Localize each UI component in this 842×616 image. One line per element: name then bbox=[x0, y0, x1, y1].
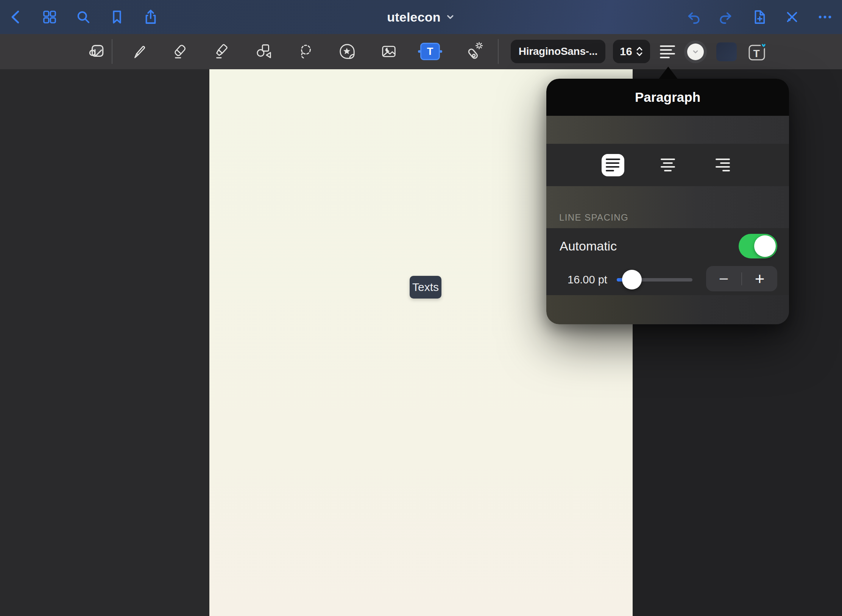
popover-title: Paragraph bbox=[635, 90, 700, 105]
size-chevrons-icon bbox=[636, 46, 643, 57]
text-tool-button[interactable]: T bbox=[420, 43, 440, 60]
lasso-icon bbox=[297, 43, 314, 60]
grid-icon bbox=[41, 9, 58, 25]
spacing-value: 16.00 pt bbox=[568, 274, 607, 286]
elements-tool-button[interactable] bbox=[337, 40, 357, 63]
color-chevron-down-icon bbox=[692, 49, 699, 55]
undo-button[interactable] bbox=[685, 9, 702, 25]
paragraph-alignment-button[interactable] bbox=[658, 44, 677, 60]
automatic-row: Automatic bbox=[546, 228, 789, 264]
increase-spacing-button[interactable]: + bbox=[742, 266, 777, 291]
text-color-well[interactable] bbox=[684, 40, 707, 63]
navigation-bar: utelecon bbox=[0, 0, 842, 34]
editing-mode-icon bbox=[87, 42, 106, 61]
more-button[interactable] bbox=[817, 9, 833, 25]
heart-icon bbox=[761, 43, 766, 48]
text-tool-glyph: T bbox=[427, 46, 433, 58]
pen-tool-button[interactable] bbox=[128, 40, 149, 63]
bookmark-icon bbox=[109, 9, 125, 25]
nav-right-group bbox=[685, 0, 833, 34]
undo-icon bbox=[685, 9, 702, 25]
shapes-icon bbox=[255, 43, 273, 60]
text-tool-selected-icon: T bbox=[420, 43, 440, 60]
selection-handle-left bbox=[418, 50, 421, 53]
stylus-crossed-icon bbox=[784, 9, 800, 25]
popover-caret bbox=[658, 67, 678, 79]
app-screen: utelecon bbox=[0, 0, 842, 616]
sticker-star-icon bbox=[338, 43, 356, 60]
text-color-swatch bbox=[687, 44, 704, 60]
align-left-button[interactable] bbox=[602, 154, 624, 176]
nav-left-group bbox=[8, 0, 159, 34]
image-tool-button[interactable] bbox=[379, 40, 399, 63]
bookmark-button[interactable] bbox=[109, 9, 125, 25]
font-name-label: HiraginoSans-... bbox=[519, 45, 597, 58]
page-thumbnails-button[interactable] bbox=[41, 9, 58, 25]
text-background-color-swatch[interactable] bbox=[716, 42, 737, 61]
toggle-knob bbox=[754, 235, 776, 257]
align-center-button[interactable] bbox=[656, 154, 679, 176]
search-button[interactable] bbox=[75, 9, 92, 25]
automatic-toggle[interactable] bbox=[739, 234, 777, 258]
editing-mode-button[interactable] bbox=[86, 40, 107, 63]
favorite-text-icon: T bbox=[746, 41, 768, 62]
ellipsis-icon bbox=[817, 9, 833, 25]
stylus-disabled-button[interactable] bbox=[784, 9, 800, 25]
toolbar-divider bbox=[498, 39, 499, 64]
redo-button[interactable] bbox=[718, 9, 734, 25]
share-icon bbox=[142, 9, 159, 25]
document-title: utelecon bbox=[387, 10, 440, 25]
back-chevron-icon bbox=[8, 9, 24, 25]
popover-spacer-band bbox=[546, 116, 789, 144]
popover-header: Paragraph bbox=[546, 79, 789, 116]
favorite-text-style-button[interactable]: T bbox=[746, 41, 768, 62]
shapes-tool-button[interactable] bbox=[254, 40, 274, 63]
align-left-icon bbox=[660, 45, 675, 58]
slider-thumb[interactable] bbox=[622, 270, 642, 289]
share-button[interactable] bbox=[142, 9, 159, 25]
decrease-spacing-button[interactable]: − bbox=[706, 266, 741, 291]
laser-pointer-icon bbox=[464, 42, 483, 61]
favorite-text-glyph: T bbox=[753, 48, 759, 59]
font-size-value: 16 bbox=[620, 45, 632, 58]
alignment-row bbox=[546, 144, 789, 186]
align-left-icon bbox=[606, 159, 620, 171]
eraser-icon bbox=[171, 43, 189, 60]
align-right-button[interactable] bbox=[711, 154, 734, 176]
align-right-icon bbox=[716, 159, 730, 171]
automatic-label: Automatic bbox=[560, 239, 617, 254]
add-page-icon bbox=[751, 9, 767, 25]
laser-pointer-button[interactable] bbox=[463, 40, 484, 63]
font-name-button[interactable]: HiraginoSans-... bbox=[511, 40, 605, 63]
spacing-stepper: − + bbox=[706, 266, 777, 291]
font-size-stepper[interactable]: 16 bbox=[613, 40, 650, 63]
spacing-slider-row: 16.00 pt − + bbox=[546, 264, 789, 295]
lasso-tool-button[interactable] bbox=[295, 40, 316, 63]
text-object-content: Texts bbox=[412, 281, 439, 294]
toolbar-divider bbox=[112, 39, 112, 64]
back-button[interactable] bbox=[8, 9, 24, 25]
selected-text-object[interactable]: Texts bbox=[410, 276, 441, 299]
add-page-button[interactable] bbox=[751, 9, 767, 25]
highlighter-tool-button[interactable] bbox=[211, 40, 231, 63]
pen-icon bbox=[130, 43, 147, 60]
highlighter-icon bbox=[212, 43, 230, 60]
popover-bottom-band bbox=[546, 295, 789, 324]
tools-toolbar: T HiraginoSans-... 16 bbox=[0, 34, 842, 69]
image-icon bbox=[380, 43, 398, 60]
selection-handle-right bbox=[440, 50, 442, 53]
search-icon bbox=[75, 9, 92, 25]
align-center-icon bbox=[661, 159, 675, 171]
redo-icon bbox=[718, 9, 734, 25]
document-title-button[interactable]: utelecon bbox=[387, 0, 455, 34]
paragraph-popover: Paragraph LINE SPACING bbox=[546, 79, 789, 324]
eraser-tool-button[interactable] bbox=[170, 40, 190, 63]
title-chevron-down-icon bbox=[446, 12, 455, 22]
canvas-background-left bbox=[0, 69, 209, 616]
line-spacing-section: LINE SPACING bbox=[546, 186, 789, 228]
line-spacing-label: LINE SPACING bbox=[559, 212, 628, 223]
